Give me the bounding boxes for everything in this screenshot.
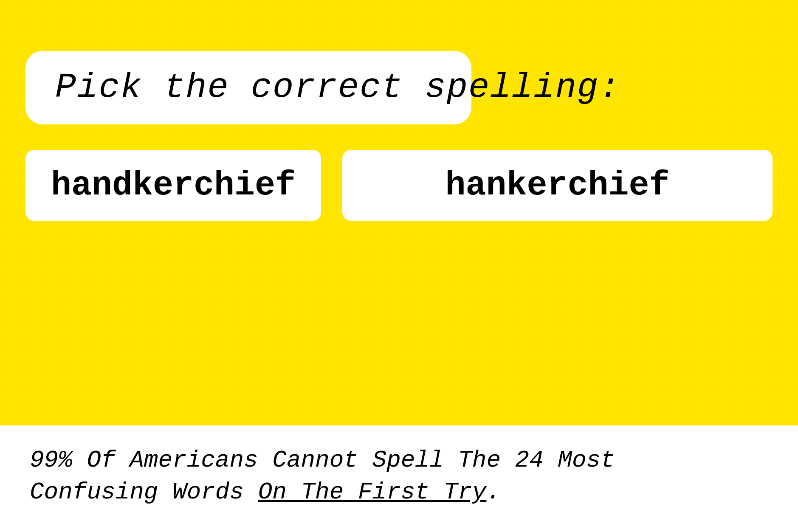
question-banner: Pick the correct spelling: xyxy=(25,51,471,124)
options-row: handkerchief hankerchief xyxy=(25,150,773,221)
option-handkerchief-button[interactable]: handkerchief xyxy=(25,150,321,221)
option-hankerchief-label: hankerchief xyxy=(446,166,670,205)
main-container: Pick the correct spelling: handkerchief … xyxy=(0,0,798,532)
option-hankerchief-button[interactable]: hankerchief xyxy=(342,150,773,221)
option-handkerchief-label: handkerchief xyxy=(51,166,296,205)
question-text: Pick the correct spelling: xyxy=(55,68,620,107)
